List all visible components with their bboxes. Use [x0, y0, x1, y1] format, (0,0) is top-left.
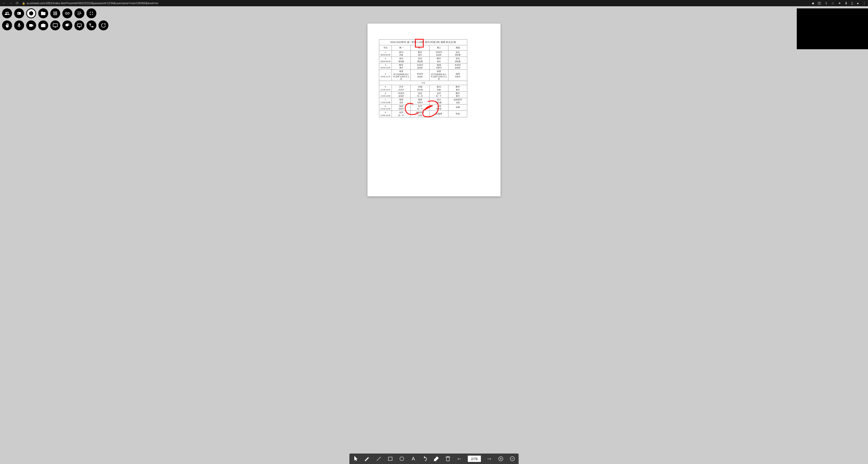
exit-button[interactable]: [98, 21, 108, 30]
schedule-cell: 物理毛翠伟: [411, 98, 430, 104]
period-cell: 208:50-09:30: [379, 57, 392, 63]
schedule-cell: 数学鲁丹: [430, 57, 448, 63]
table-row: 815:10-15:50物理毛翠伟化学陈一平心理何婷婷自修: [379, 104, 467, 111]
table-row: 714:20-15:00地理吴英物理毛翠伟语文潘怡雯信息技术张燕: [379, 98, 467, 104]
schedule-cell: 数学鲁丹: [448, 85, 467, 91]
back-button[interactable]: ←: [2, 1, 6, 5]
schedule-cell: 信息技术张燕: [448, 98, 467, 104]
schedule-cell: 地理吴英: [392, 98, 411, 104]
phone-button[interactable]: [87, 21, 96, 30]
table-row: 309:45-10:25数学鲁丹外语学孟怡婷物理毛翠伟外语学孟怡婷: [379, 63, 467, 69]
share-icon[interactable]: ⇧: [825, 1, 828, 5]
pointer-tool[interactable]: [352, 456, 359, 462]
downloads-icon[interactable]: ⬇: [845, 1, 847, 5]
profile-icon[interactable]: ●: [857, 1, 859, 5]
schedule-cell: 物理毛翠伟: [430, 63, 448, 69]
schedule-cell: 物理毛翠伟: [448, 70, 467, 81]
table-row: 916:00-16:40化学陈一平信息技术张燕拓展课班会: [379, 111, 467, 117]
camera-indicator-icon[interactable]: ■: [812, 1, 814, 5]
schedule-cell: 外语学孟怡婷: [411, 70, 430, 81]
schedule-cell: 语文潘怡雯: [411, 57, 430, 63]
col-wed: 周三: [430, 45, 448, 51]
menu-icon[interactable]: ⋮: [863, 1, 866, 5]
schedule-title: 2023-2024学年 第一学期 1-20周 高中1年级 2班 课表 班主任:陈: [379, 39, 467, 45]
text-tool[interactable]: A: [410, 456, 416, 462]
hand-button[interactable]: [2, 21, 12, 30]
svg-point-3: [400, 457, 404, 461]
schedule-cell: 拓展课: [430, 111, 448, 117]
table-row: 613:25-14:05外语学孟怡婷历史胡—伟化学陈一平数学鲁丹: [379, 91, 467, 98]
pen-tool[interactable]: [364, 456, 370, 462]
period-cell: 108:00-08:40: [379, 51, 392, 57]
whiteboard-button[interactable]: [74, 21, 84, 30]
lock-icon: 🔒: [22, 2, 25, 5]
schedule-cell: 体育徐卫强,娄根妹,孙小玲,徐惠飞,张婷,罗玉英: [392, 70, 411, 81]
video-button[interactable]: [14, 8, 24, 18]
fullscreen-button[interactable]: [87, 8, 96, 18]
col-tue: 周二: [411, 45, 430, 51]
bottom-toolbar: A ← →: [349, 454, 519, 464]
rect-tool[interactable]: [387, 456, 394, 462]
period-cell: 309:45-10:25: [379, 63, 392, 69]
grid-button[interactable]: [50, 8, 60, 18]
schedule-cell: 自修: [448, 104, 467, 111]
period-cell: 916:00-16:40: [379, 111, 392, 117]
snapshot-button[interactable]: [38, 21, 48, 30]
schedule-cell: 心理何婷婷: [430, 104, 448, 111]
schedule-cell: 语文潘怡雯: [448, 57, 467, 63]
extensions-icon[interactable]: ✦: [838, 1, 841, 5]
period-cell: 613:25-14:05: [379, 91, 392, 98]
panel-icon[interactable]: ▯: [851, 1, 853, 5]
mic-button[interactable]: [14, 21, 24, 30]
browser-bar: ← → ⟳ 🔒 w.ovmeet.com:9301/index.html?roo…: [0, 0, 868, 6]
period-cell: 410:35-11:15: [379, 70, 392, 81]
table-row: 410:35-11:15体育徐卫强,娄根妹,孙小玲,徐惠飞,张婷,罗玉英外语学孟…: [379, 70, 467, 81]
windows-button[interactable]: [62, 21, 72, 30]
period-cell: 714:20-15:00: [379, 98, 392, 104]
schedule-cell: 外语学孟怡婷: [411, 63, 430, 69]
star-icon[interactable]: ☆: [831, 1, 835, 5]
folder-button[interactable]: [38, 8, 48, 18]
schedule-cell: 政治陈敏: [430, 85, 448, 91]
schedule-cell: 外语学孟怡婷: [430, 51, 448, 57]
line-tool[interactable]: [376, 456, 382, 462]
schedule-cell: 语文潘怡雯: [448, 51, 467, 57]
key-icon[interactable]: ⚿: [818, 1, 821, 5]
settings-button[interactable]: [74, 8, 84, 18]
schedule-header-row: 节次 周一 周二 周三 周四: [379, 45, 467, 51]
camera-button[interactable]: [26, 21, 36, 30]
schedule-cell: 外语学孟怡婷: [392, 91, 411, 98]
prev-page[interactable]: ←: [456, 456, 463, 462]
record-button[interactable]: [26, 8, 36, 18]
eraser-tool[interactable]: [433, 456, 439, 462]
video-preview[interactable]: [797, 8, 868, 49]
zoom-in[interactable]: [498, 456, 504, 462]
members-button[interactable]: [2, 8, 12, 18]
schedule-cell: 语文潘怡雯: [430, 98, 448, 104]
browser-right-icons: ■ ⚿ ⇧ ☆ ✦ ⬇ ▯ ● ⋮: [812, 1, 866, 5]
period-cell: 815:10-15:50: [379, 104, 392, 111]
schedule-cell: 艺术沈洪洋: [392, 85, 411, 91]
schedule-cell: 数学鲁丹: [411, 51, 430, 57]
schedule-cell: 数学鲁丹: [392, 63, 411, 69]
table-row: 512:35-13:15艺术沈洪洋生物陈红梅政治陈敏数学鲁丹: [379, 85, 467, 91]
undo-tool[interactable]: [422, 456, 428, 462]
period-cell: 512:35-13:15: [379, 85, 392, 91]
schedule-cell: 信息技术张燕: [411, 111, 430, 117]
schedule-cell: 化学陈一平: [392, 111, 411, 117]
next-page[interactable]: →: [486, 456, 492, 462]
forward-button[interactable]: →: [9, 1, 12, 5]
schedule-cell: 外语学孟怡婷: [448, 63, 467, 69]
schedule-cell: 班会: [448, 111, 467, 117]
link-button[interactable]: [62, 8, 72, 18]
circle-tool[interactable]: [399, 456, 405, 462]
page-input[interactable]: [468, 456, 481, 462]
trash-tool[interactable]: [445, 456, 451, 462]
document-area[interactable]: 2023-2024学年 第一学期 1-20周 高中1年级 2班 课表 班主任:陈…: [368, 24, 500, 196]
screen-share-button[interactable]: [50, 21, 60, 30]
col-period: 节次: [379, 45, 392, 51]
zoom-out[interactable]: [509, 456, 516, 462]
url-bar[interactable]: 🔒 w.ovmeet.com:9301/index.html?roomid=56…: [22, 2, 809, 5]
reload-button[interactable]: ⟳: [16, 1, 19, 5]
col-mon: 周一: [392, 45, 411, 51]
